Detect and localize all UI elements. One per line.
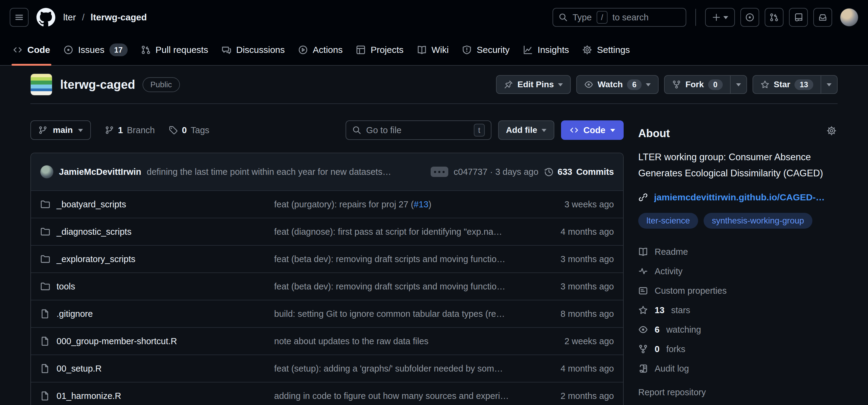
code-download-button[interactable]: Code [561,120,624,140]
file-name-link[interactable]: 01_harmonize.R [57,391,121,401]
file-name-link[interactable]: _exploratory_scripts [57,254,135,264]
global-search-input[interactable]: Type / to search [553,8,686,27]
fork-button-main[interactable]: Fork 0 [665,76,730,93]
latest-commit-message[interactable]: defining the last time point within each… [147,167,425,177]
go-to-file-input[interactable]: Go to file t [346,120,491,140]
book-icon [638,247,648,257]
tab-issues[interactable]: Issues 17 [57,35,134,65]
tab-code[interactable]: Code [6,35,57,65]
history-icon [544,167,554,177]
fork-dropdown[interactable] [730,76,746,93]
breadcrumb-owner[interactable]: lter [63,12,76,23]
row-commit-message[interactable]: note about updates to the raw data files [274,336,536,346]
chevron-down-icon [558,83,563,89]
file-name-link[interactable]: .gitignore [57,309,93,319]
row-commit-message[interactable]: feat (purgatory): repairs for proj 27 (#… [274,199,536,209]
file-row[interactable]: _boatyard_scripts feat (purgatory): repa… [31,190,623,218]
report-repository-link[interactable]: Report repository [638,382,838,402]
file-name-link[interactable]: 000_group-member-shortcut.R [57,336,177,346]
row-commit-message[interactable]: feat (beta dev): removing draft scripts … [274,254,536,264]
file-row[interactable]: 00_setup.R feat (setup): adding a 'graph… [31,354,623,382]
about-settings-button[interactable] [827,126,836,137]
audit-log-link[interactable]: Audit log [638,359,838,378]
github-octocat-icon [36,8,55,27]
commit-author-link[interactable]: JamieMcDevittIrwin [59,167,141,177]
issue-link[interactable]: #13 [414,199,428,209]
tab-actions[interactable]: Actions [291,35,349,65]
tab-settings[interactable]: Settings [576,35,637,65]
folder-icon [40,199,50,209]
repo-owner-logo[interactable] [30,74,52,95]
row-commit-message[interactable]: feat (diagnose): first pass at script fo… [274,227,536,237]
readme-link[interactable]: Readme [638,242,838,261]
pull-requests-dashboard-button[interactable] [765,8,783,27]
file-row[interactable]: _diagnostic_scripts feat (diagnose): fir… [31,218,623,245]
file-name-link[interactable]: _boatyard_scripts [57,199,126,209]
star-button-main[interactable]: Star 13 [753,76,820,93]
create-new-button[interactable] [705,8,735,27]
chevron-down-icon [646,83,651,89]
row-commit-message[interactable]: adding in code to figure out how many so… [274,391,536,401]
tab-wiki[interactable]: Wiki [410,35,456,65]
edit-pins-button[interactable]: Edit Pins [496,75,571,94]
file-row[interactable]: tools feat (beta dev): removing draft sc… [31,272,623,300]
star-count: 13 [795,79,813,90]
custom-properties-link[interactable]: Custom properties [638,281,838,300]
chevron-down-icon [78,129,83,135]
breadcrumb-repo[interactable]: lterwg-caged [91,12,147,23]
file-name-link[interactable]: 00_setup.R [57,364,101,374]
hamburger-menu-button[interactable] [10,8,29,27]
file-row[interactable]: 01_harmonize.R adding in code to figure … [31,382,623,405]
watchers-link[interactable]: 6 watching [638,320,838,339]
repositories-button[interactable] [789,8,808,27]
tab-security[interactable]: Security [455,35,516,65]
topic-pill[interactable]: lter-science [638,213,698,229]
row-commit-message[interactable]: build: setting Git to ignore common tabu… [274,309,536,319]
row-commit-message[interactable]: feat (beta dev): removing draft scripts … [274,282,536,292]
file-icon [40,309,50,319]
issue-opened-icon [64,45,73,55]
file-name-link[interactable]: _diagnostic_scripts [57,227,132,237]
activity-link[interactable]: Activity [638,261,838,281]
git-branch-icon [38,125,48,135]
stars-link[interactable]: 13 stars [638,300,838,320]
tab-pull-requests[interactable]: Pull requests [134,35,215,65]
commit-hash-time[interactable]: c047737 · 3 days ago [454,167,538,177]
topic-pill[interactable]: synthesis-working-group [704,213,812,229]
star-dropdown[interactable] [820,76,837,93]
file-name-link[interactable]: tools [57,282,75,292]
row-commit-date: 2 weeks ago [536,336,614,346]
add-file-button[interactable]: Add file [498,120,554,140]
notifications-inbox-button[interactable] [813,8,832,27]
user-avatar[interactable] [840,8,858,26]
header-actions [705,8,832,27]
commit-history-link[interactable]: 633 Commits [544,167,614,177]
log-icon [638,364,648,373]
chevron-down-icon [541,129,547,135]
tab-projects[interactable]: Projects [349,35,410,65]
tab-insights[interactable]: Insights [516,35,576,65]
tags-link[interactable]: 0 Tags [169,125,209,135]
file-row[interactable]: 000_group-member-shortcut.R note about u… [31,327,623,354]
star-button[interactable]: Star 13 [752,75,838,94]
row-commit-date: 3 months ago [536,254,614,264]
issues-dashboard-button[interactable] [740,8,759,27]
commit-kebab-button[interactable] [431,167,448,177]
forks-link[interactable]: 0 forks [638,339,838,359]
branches-link[interactable]: 1 Branch [105,125,155,135]
row-commit-date: 2 months ago [536,391,614,401]
branch-selector-button[interactable]: main [30,120,91,140]
tab-discussions[interactable]: Discussions [215,35,291,65]
file-icon [40,336,50,346]
github-logo[interactable] [36,8,55,27]
repo-website-link[interactable]: jamiemcdevittirwin.github.io/CAGED-… [638,192,838,202]
fork-button[interactable]: Fork 0 [664,75,747,94]
file-row[interactable]: .gitignore build: setting Git to ignore … [31,300,623,327]
shield-icon [462,45,472,55]
commit-hash[interactable]: c047737 [454,167,488,177]
row-commit-message[interactable]: feat (setup): adding a 'graphs/' subfold… [274,364,536,374]
commit-author-avatar[interactable] [40,165,54,178]
watch-button[interactable]: Watch 6 [576,75,659,94]
watch-count: 6 [627,79,642,90]
file-row[interactable]: _exploratory_scripts feat (beta dev): re… [31,245,623,272]
